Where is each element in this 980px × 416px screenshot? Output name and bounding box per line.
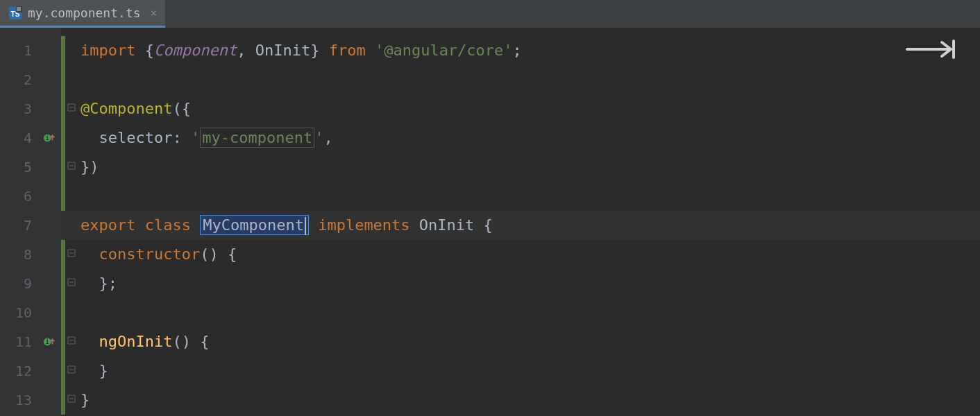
line-number[interactable]: 4 i (0, 123, 61, 153)
code-line[interactable]: } (61, 356, 980, 385)
close-icon[interactable]: × (151, 6, 158, 19)
code-line[interactable]: } (61, 385, 980, 415)
code-line[interactable]: constructor() { (61, 240, 980, 269)
line-number[interactable]: 2 (0, 65, 61, 94)
code-line[interactable] (61, 65, 980, 94)
line-number[interactable]: 13 (0, 385, 61, 415)
typescript-file-icon: TS (8, 6, 22, 20)
code-line[interactable] (61, 182, 980, 211)
line-number[interactable]: 9 (0, 269, 61, 298)
svg-text:i: i (46, 135, 49, 141)
code-line[interactable]: ngOnInit() { (61, 327, 980, 356)
line-number[interactable]: 11 i (0, 327, 61, 356)
line-number[interactable]: 8 (0, 240, 61, 269)
line-number[interactable]: 1 (0, 36, 61, 65)
svg-text:i: i (46, 338, 49, 345)
line-number[interactable]: 7 (0, 211, 61, 240)
gutter: 1 2 3 4 i 5 6 7 8 9 10 11 i 12 13 (0, 28, 61, 416)
code-line[interactable]: }; (61, 269, 980, 298)
line-number[interactable]: 6 (0, 182, 61, 211)
code-line[interactable]: @Component({ (61, 94, 980, 123)
line-number[interactable]: 5 (0, 153, 61, 182)
code-line[interactable]: import {Component, OnInit} from '@angula… (61, 36, 980, 65)
cursor-selection: MyComponent (200, 215, 309, 235)
text-cursor (305, 217, 306, 235)
editor: 1 2 3 4 i 5 6 7 8 9 10 11 i 12 13 (0, 28, 980, 416)
selector-highlight: my-component (200, 128, 314, 148)
code-line[interactable]: }) (61, 153, 980, 182)
code-area[interactable]: import {Component, OnInit} from '@angula… (61, 28, 980, 416)
tab-bar: TS my.component.ts × (0, 0, 980, 28)
tab-filename: my.component.ts (28, 6, 141, 20)
code-line-current[interactable]: export class MyComponent implements OnIn… (61, 211, 980, 240)
gutter-marker-icon[interactable]: i (43, 132, 56, 144)
line-number[interactable]: 3 (0, 94, 61, 123)
line-number[interactable]: 12 (0, 356, 61, 385)
code-line[interactable]: selector: 'my-component', (61, 123, 980, 153)
code-line[interactable] (61, 298, 980, 327)
file-tab[interactable]: TS my.component.ts × (0, 0, 165, 28)
line-number[interactable]: 10 (0, 298, 61, 327)
gutter-marker-icon[interactable]: i (43, 336, 56, 348)
